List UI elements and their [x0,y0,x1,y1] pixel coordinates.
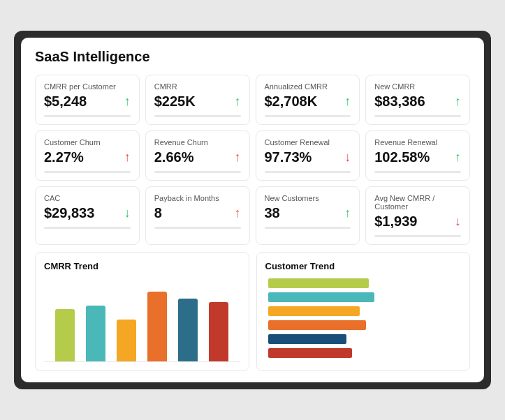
customer-bar [268,292,374,302]
metric-arrow-icon: ↓ [455,214,461,229]
metric-label: Customer Churn [44,138,131,147]
metric-bar [265,171,351,173]
metric-cell-2-0: CAC$29,833↓ [35,186,140,245]
metric-value-row: 38↑ [265,205,351,221]
metric-label: Payback in Months [154,194,241,202]
metric-bar [265,227,351,229]
metric-value: $5,248 [44,93,87,110]
metric-cell-0-3: New CMRR$83,386↑ [365,75,470,125]
cmrr-bar-group [86,306,105,361]
metric-value-row: $1,939↓ [374,213,461,230]
metric-label: Revenue Churn [154,138,241,147]
metric-cell-0-2: Annualized CMRR$2,708K↑ [256,75,360,125]
metric-value: 2.27% [44,149,84,165]
customer-bar-row [268,306,459,316]
metric-value: 38 [265,205,280,221]
metric-label: Annualized CMRR [265,82,351,91]
metric-bar [154,171,241,173]
metric-label: Customer Renewal [265,138,351,147]
cmrr-bar [117,320,136,361]
metric-value-row: 8↑ [154,205,241,221]
metric-arrow-icon: ↑ [235,94,241,109]
metric-arrow-icon: ↑ [344,94,351,109]
metric-label: CMRR [154,82,241,91]
metric-bar [44,227,131,229]
metric-value-row: $83,386↑ [374,93,461,110]
metric-arrow-icon: ↑ [235,206,241,220]
cmrr-bar [209,302,228,361]
metric-arrow-icon: ↑ [344,206,351,220]
metrics-row-1: Customer Churn2.27%↑Revenue Churn2.66%↑C… [35,130,470,181]
metric-label: New Customers [265,194,351,202]
customer-bar-row [268,334,459,344]
metric-arrow-icon: ↓ [344,150,351,165]
app-container: SaaS Intelligence CMRR per Customer$5,24… [14,31,491,389]
customer-chart-box: Customer Trend [256,252,471,371]
metric-value-row: 97.73%↓ [265,149,351,165]
metric-bar [154,227,241,229]
customer-bar-row [268,348,459,358]
cmrr-bar [178,299,198,361]
customer-bar [268,334,346,344]
metric-value-row: $5,248↑ [44,93,131,110]
customer-bar-row [268,292,459,302]
customer-bar [268,278,369,288]
metric-value: $83,386 [374,93,425,110]
cmrr-chart-box: CMRR Trend [35,252,249,371]
metric-bar [154,115,241,117]
cmrr-bar [55,309,75,361]
metric-label: Revenue Renewal [374,138,461,147]
metric-label: CMRR per Customer [44,82,131,91]
cmrr-chart-title: CMRR Trend [44,261,240,271]
metric-value: 8 [154,205,162,221]
metric-arrow-icon: ↑ [235,150,241,165]
metric-cell-1-1: Revenue Churn2.66%↑ [145,130,250,181]
customer-bar [268,320,367,330]
metric-value-row: 2.27%↑ [44,149,131,165]
customer-bar-row [268,320,459,330]
metric-bar [44,115,131,117]
metric-value: 102.58% [374,149,430,165]
metric-value: $1,939 [374,213,417,230]
customer-bar [268,306,360,316]
metric-value-row: 102.58%↑ [374,149,461,165]
metric-arrow-icon: ↑ [124,94,131,109]
metric-arrow-icon: ↑ [124,150,131,165]
metric-label: New CMRR [374,82,461,91]
metrics-row-0: CMRR per Customer$5,248↑CMRR$225K↑Annual… [35,75,470,125]
cmrr-bar-group [117,320,136,361]
metric-arrow-icon: ↑ [455,150,461,165]
metric-value-row: $2,708K↑ [265,93,351,110]
cmrr-bar-group [55,309,75,361]
cmrr-bar-chart [44,278,240,362]
metric-value: 2.66% [154,149,194,165]
metric-cell-1-3: Revenue Renewal102.58%↑ [365,130,470,181]
metric-bar [265,115,351,117]
metric-cell-2-3: Avg New CMRR / Customer$1,939↓ [365,186,470,245]
metric-cell-1-2: Customer Renewal97.73%↓ [256,130,360,181]
cmrr-bar [86,306,105,361]
metric-cell-0-1: CMRR$225K↑ [145,75,250,125]
metric-label: CAC [44,194,131,202]
metric-value-row: 2.66%↑ [154,149,241,165]
metric-bar [374,171,461,173]
cmrr-bar-group [147,292,167,361]
charts-row: CMRR Trend Customer Trend [35,252,470,371]
metrics-container: CMRR per Customer$5,248↑CMRR$225K↑Annual… [35,75,470,245]
metric-arrow-icon: ↑ [455,94,461,109]
customer-bar [268,348,352,358]
metric-value: 97.73% [265,149,312,165]
metric-bar [374,115,461,117]
page-title: SaaS Intelligence [35,49,470,65]
cmrr-bar-group [209,302,228,361]
customer-bar-row [268,278,459,288]
metric-value: $225K [154,93,196,110]
metrics-row-2: CAC$29,833↓Payback in Months8↑New Custom… [35,186,470,245]
metric-bar [44,171,131,173]
metric-cell-0-0: CMRR per Customer$5,248↑ [35,75,140,125]
metric-cell-2-2: New Customers38↑ [256,186,360,245]
cmrr-bar [147,292,167,361]
metric-cell-1-0: Customer Churn2.27%↑ [35,130,140,181]
metric-value: $29,833 [44,205,94,221]
metric-value-row: $225K↑ [154,93,241,110]
